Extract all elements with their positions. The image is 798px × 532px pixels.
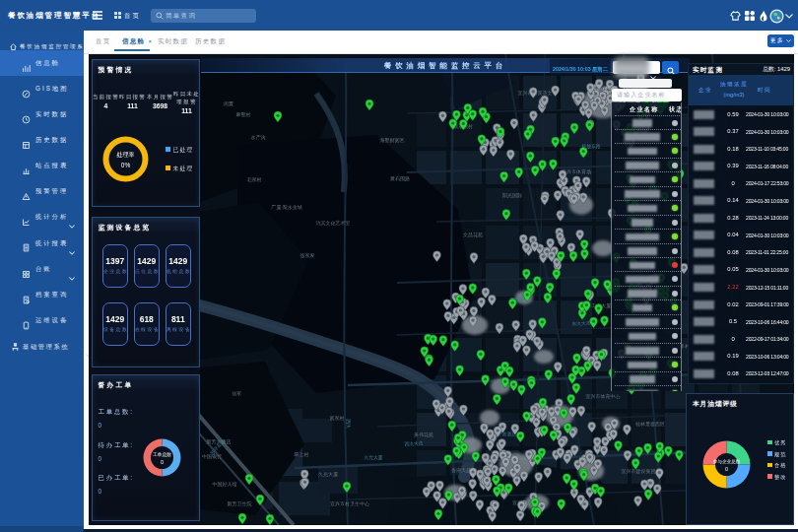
- svg-text:翠上村: 翠上村: [294, 451, 309, 458]
- svg-text:久光大厦: 久光大厦: [318, 471, 338, 478]
- svg-text:广厦·梨水金城: 广厦·梨水金城: [271, 204, 302, 211]
- svg-text:工单总数: 工单总数: [152, 451, 170, 457]
- svg-text:东氿大道: 东氿大道: [571, 320, 591, 327]
- svg-text:0%: 0%: [120, 162, 130, 168]
- svg-text:佳家: 佳家: [232, 390, 241, 396]
- svg-text:阳光国际: 阳光国际: [502, 192, 522, 199]
- svg-text:0: 0: [160, 459, 163, 465]
- svg-text:徐家发: 徐家发: [299, 252, 315, 259]
- svg-text:黄石围路: 黄石围路: [390, 175, 410, 182]
- svg-text:宜兴市建设集团: 宜兴市建设集团: [622, 468, 656, 475]
- svg-text:文昌花苑: 文昌花苑: [463, 232, 483, 238]
- svg-text:海聖财富区: 海聖财富区: [380, 137, 405, 144]
- svg-text:水产沟: 水产沟: [251, 134, 266, 141]
- svg-text:富家村: 富家村: [330, 415, 345, 422]
- svg-text:西氿: 西氿: [346, 419, 351, 429]
- svg-text:氿滨文化艺术宝: 氿滨文化艺术宝: [316, 220, 351, 227]
- svg-text:0: 0: [724, 466, 727, 472]
- svg-text:西氿大道: 西氿大道: [404, 440, 424, 446]
- svg-text:新芳卫生院: 新芳卫生院: [228, 500, 252, 507]
- svg-text:中国好人馆: 中国好人馆: [213, 481, 237, 488]
- svg-text:参与企业总数: 参与企业总数: [712, 458, 740, 463]
- svg-text:宜兴市村卫生中心: 宜兴市村卫生中心: [330, 500, 369, 507]
- svg-text:久元大厦: 久元大厦: [364, 454, 382, 461]
- svg-text:宜兴市体育中心: 宜兴市体育中心: [586, 393, 621, 399]
- svg-text:桂林景泰西区: 桂林景泰西区: [634, 421, 665, 428]
- svg-text:香湖天品: 香湖天品: [451, 467, 471, 473]
- svg-text:闲置: 闲置: [224, 100, 233, 107]
- svg-text:毛家村: 毛家村: [247, 176, 262, 183]
- svg-text:麻聖村: 麻聖村: [236, 111, 251, 118]
- svg-text:处理率: 处理率: [115, 151, 134, 159]
- svg-text:美伟花苑: 美伟花苑: [414, 432, 433, 438]
